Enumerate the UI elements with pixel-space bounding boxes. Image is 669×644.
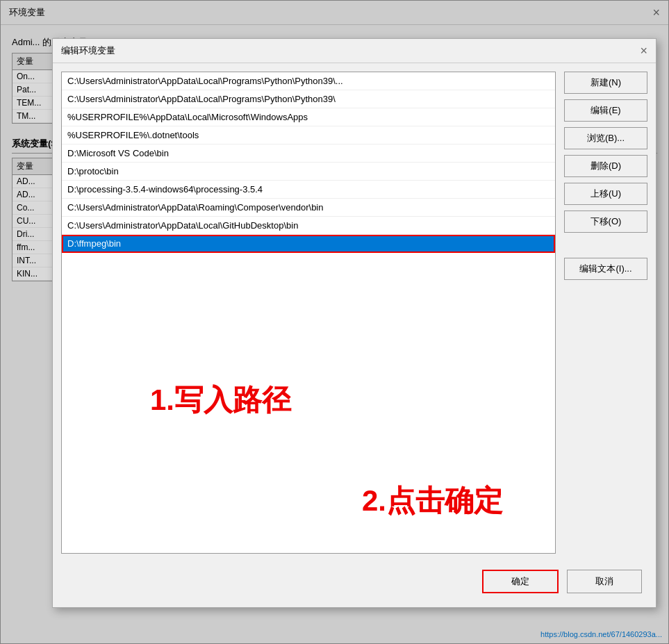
dialog-side-buttons: 新建(N) 编辑(E) 浏览(B)... 删除(D) 上移(U) 下移(O) 编… bbox=[564, 72, 647, 554]
list-item[interactable]: D:\processing-3.5.4-windows64\processing… bbox=[62, 181, 555, 199]
list-item[interactable]: C:\Users\Administrator\AppData\Local\Pro… bbox=[62, 90, 555, 108]
edit-text-button[interactable]: 编辑文本(I)... bbox=[564, 258, 647, 280]
list-item[interactable]: %USERPROFILE%\.dotnet\tools bbox=[62, 126, 555, 145]
dialog-cancel-button[interactable]: 取消 bbox=[567, 570, 642, 593]
dialog-close-icon[interactable]: × bbox=[640, 44, 647, 57]
list-item[interactable]: C:\Users\Administrator\AppData\Local\Pro… bbox=[62, 72, 555, 90]
edit-dialog: 编辑环境变量 × C:\Users\Administrator\AppData\… bbox=[52, 38, 656, 608]
annotation-step1: 1.写入路径 bbox=[150, 381, 291, 420]
list-item[interactable]: C:\Users\Administrator\AppData\Roaming\C… bbox=[62, 199, 555, 217]
move-down-button[interactable]: 下移(O) bbox=[564, 210, 647, 233]
delete-button[interactable]: 删除(D) bbox=[564, 155, 647, 177]
dialog-title-bar: 编辑环境变量 × bbox=[53, 39, 656, 63]
list-item[interactable]: %USERPROFILE%\AppData\Local\Microsoft\Wi… bbox=[62, 108, 555, 126]
dialog-content: C:\Users\Administrator\AppData\Local\Pro… bbox=[53, 63, 656, 562]
dialog-confirm-button[interactable]: 确定 bbox=[482, 570, 559, 593]
dialog-footer: 确定 取消 bbox=[53, 570, 656, 593]
annotation-step2: 2.点击确定 bbox=[362, 481, 503, 520]
new-button[interactable]: 新建(N) bbox=[564, 72, 647, 94]
edit-button[interactable]: 编辑(E) bbox=[564, 99, 647, 122]
browse-button[interactable]: 浏览(B)... bbox=[564, 127, 647, 149]
dialog-title: 编辑环境变量 bbox=[61, 44, 115, 57]
list-item[interactable]: C:\Users\Administrator\AppData\Local\Git… bbox=[62, 217, 555, 235]
list-item[interactable]: D:\Microsoft VS Code\bin bbox=[62, 145, 555, 163]
move-up-button[interactable]: 上移(U) bbox=[564, 183, 647, 205]
selected-path-item[interactable]: D:\ffmpeg\bin bbox=[62, 235, 555, 253]
list-item[interactable]: D:\protoc\bin bbox=[62, 163, 555, 181]
